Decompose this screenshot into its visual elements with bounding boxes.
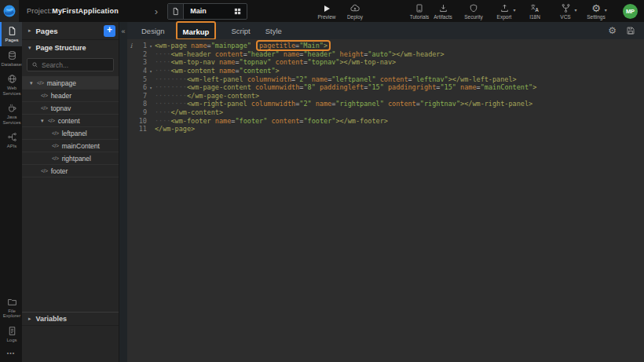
deploy-button[interactable]: Deploy xyxy=(343,0,367,22)
tree-item-topnav[interactable]: </>topnav xyxy=(22,102,119,115)
token-str: "8" xyxy=(303,83,315,91)
code-text: ········</wm-page-content> xyxy=(155,92,259,100)
rail-spacer xyxy=(0,152,22,293)
code-line[interactable]: 3····<wm-top-nav name="topnav" content="… xyxy=(127,58,644,67)
tree-expand-caret[interactable]: ▾ xyxy=(41,118,48,124)
token-str: "footer" xyxy=(303,117,335,125)
search-input[interactable] xyxy=(42,61,109,69)
page-tab-main[interactable]: Main xyxy=(167,3,247,20)
pages-panel-header[interactable]: ▸ Pages + xyxy=(22,22,119,40)
tutorials-button[interactable]: Tutorials xyxy=(408,0,431,22)
token-tag: <wm-left-panel xyxy=(187,75,243,83)
chevron-right-icon: ▸ xyxy=(28,27,31,34)
sidebar-item-apis[interactable]: APIs xyxy=(0,128,22,152)
token-tag: <wm-page-content xyxy=(187,83,251,91)
editor-area: Design Markup Script Style ⚙ i1▾<wm-page… xyxy=(127,22,644,362)
code-text: ········<wm-page-content columnwidth="8"… xyxy=(155,83,536,91)
indent-whitespace: ········ xyxy=(155,75,187,83)
save-icon[interactable] xyxy=(626,26,635,35)
chevron-down-icon: ▾ xyxy=(28,45,31,51)
tab-script[interactable]: Script xyxy=(231,27,250,35)
markup-tab-highlight-box: Markup xyxy=(176,21,217,40)
tree-item-mainContent[interactable]: </>mainContent xyxy=(22,140,119,152)
sidebar-item-pages[interactable]: Pages xyxy=(0,22,22,46)
tree-item-rightpanel[interactable]: </>rightpanel xyxy=(22,152,119,165)
page-doc-icon xyxy=(168,4,184,19)
token-tag: > xyxy=(276,67,280,75)
tree-item-label: mainpage xyxy=(47,79,76,87)
widget-code-icon: </> xyxy=(37,80,44,86)
indent-whitespace: ········ xyxy=(155,100,187,108)
sidebar-item-web-services[interactable]: Web Services xyxy=(0,70,22,99)
code-line[interactable]: 7········</wm-page-content> xyxy=(127,92,644,101)
code-line[interactable]: 2····<wm-header content="header" name="h… xyxy=(127,50,644,59)
fold-marker-icon[interactable]: ▾ xyxy=(147,43,155,49)
code-line[interactable]: 4▾····<wm-content name="content"> xyxy=(127,67,644,75)
add-page-button[interactable]: + xyxy=(104,25,115,37)
tab-markup[interactable]: Markup xyxy=(183,27,210,36)
tree-item-leftpanel[interactable]: </>leftpanel xyxy=(22,127,119,140)
i18n-button[interactable]: A I18N xyxy=(523,0,547,22)
tree-item-mainpage[interactable]: ▾</>mainpage xyxy=(22,77,119,90)
sidebar-item-java-services[interactable]: Java Services xyxy=(0,99,22,128)
code-text: </wm-page> xyxy=(155,125,195,133)
fold-marker-icon[interactable]: ▾ xyxy=(147,68,155,74)
left-rail: Pages Databases Web Services xyxy=(0,22,22,362)
security-button[interactable]: Security xyxy=(462,0,485,22)
code-text: ········<wm-right-panel columnwidth="2" … xyxy=(155,100,532,108)
editor-settings-gear-icon[interactable]: ⚙ xyxy=(608,26,617,36)
rail-overflow-button[interactable]: ••• xyxy=(0,346,22,362)
api-flow-icon xyxy=(7,132,17,142)
token-tag: </wm-content> xyxy=(170,108,223,116)
code-line[interactable]: 5········<wm-left-panel columnwidth="2" … xyxy=(127,75,644,83)
code-text: ····<wm-content name="content"> xyxy=(155,67,280,75)
export-button[interactable]: ▾ Export xyxy=(492,0,516,22)
line-number: 8 xyxy=(135,100,147,108)
token-str: "mainContent" xyxy=(481,83,533,91)
code-line[interactable]: i1▾<wm-page name="mainpage" pagetitle="M… xyxy=(127,42,644,50)
line-number: 6 xyxy=(135,83,147,91)
artifacts-button[interactable]: Artifacts xyxy=(431,0,455,22)
code-line[interactable]: 6▾········<wm-page-content columnwidth="… xyxy=(127,83,644,92)
token-str: "Main" xyxy=(299,42,324,49)
translate-icon: A xyxy=(529,3,540,13)
tree-item-content[interactable]: ▾</>content xyxy=(22,115,119,127)
tree-expand-caret[interactable]: ▾ xyxy=(30,80,37,86)
indent-whitespace: ···· xyxy=(155,58,170,66)
line-number: 1 xyxy=(135,42,147,49)
panel-collapse-strip: « xyxy=(119,22,127,362)
code-line[interactable]: 8········<wm-right-panel columnwidth="2"… xyxy=(127,100,644,108)
tree-item-header[interactable]: </>header xyxy=(22,90,119,102)
settings-button[interactable]: ⚙ ▾ Settings xyxy=(584,0,608,22)
token-attr: content xyxy=(215,50,243,58)
code-text: ····<wm-footer name="footer" content="fo… xyxy=(155,117,388,125)
token-attr: name xyxy=(284,50,299,58)
token-tag: > xyxy=(324,42,327,49)
code-line[interactable]: 9····</wm-content> xyxy=(127,108,644,117)
search-icon xyxy=(31,61,38,68)
sidebar-item-file-explorer[interactable]: File Explorer xyxy=(0,293,22,322)
fold-marker-icon[interactable]: ▾ xyxy=(147,85,155,90)
token-tag: ></wm-top-nav> xyxy=(340,58,397,66)
grid-view-icon[interactable] xyxy=(233,7,242,16)
code-line[interactable]: 11</wm-page> xyxy=(127,125,644,133)
line-number: 3 xyxy=(135,58,147,66)
tree-item-footer[interactable]: </>footer xyxy=(22,165,119,177)
variables-header[interactable]: ▸ Variables xyxy=(22,312,119,326)
sidebar-item-databases[interactable]: Databases xyxy=(0,46,22,71)
user-avatar[interactable]: MP xyxy=(623,4,638,19)
code-text: ····<wm-top-nav name="topnav" content="t… xyxy=(155,58,396,66)
sidebar-item-logs[interactable]: Logs xyxy=(0,322,22,346)
preview-button[interactable]: Preview xyxy=(315,0,338,22)
code-line[interactable]: 10····<wm-footer name="footer" content="… xyxy=(127,116,644,125)
page-structure-header[interactable]: ▾ Page Structure xyxy=(22,40,119,56)
panel-filler xyxy=(22,177,119,312)
book-icon xyxy=(415,3,424,13)
tab-design[interactable]: Design xyxy=(141,27,165,35)
token-tag: ></wm-footer> xyxy=(335,117,388,125)
vcs-button[interactable]: ▾ VCS xyxy=(554,0,577,22)
collapse-panel-button[interactable]: « xyxy=(121,27,125,35)
tab-style[interactable]: Style xyxy=(265,27,282,35)
wavemaker-logo[interactable] xyxy=(0,0,19,22)
code-editor[interactable]: i1▾<wm-page name="mainpage" pagetitle="M… xyxy=(127,39,644,362)
